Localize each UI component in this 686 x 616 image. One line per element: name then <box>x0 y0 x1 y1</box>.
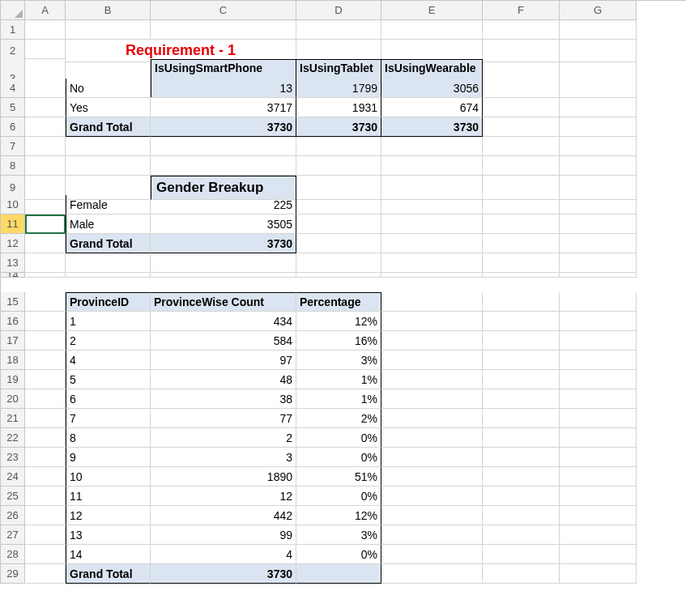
cell[interactable] <box>560 137 637 156</box>
row-header-7[interactable]: 7 <box>1 137 25 156</box>
row-header-29[interactable]: 29 <box>1 564 25 584</box>
cell[interactable] <box>381 234 483 253</box>
cell[interactable] <box>25 156 66 176</box>
cell[interactable] <box>560 273 637 278</box>
cell[interactable] <box>66 253 151 273</box>
cell[interactable] <box>25 564 66 584</box>
row-header-20[interactable]: 20 <box>1 389 25 409</box>
cell[interactable] <box>483 195 560 215</box>
row-header-8[interactable]: 8 <box>1 156 25 176</box>
cell[interactable] <box>560 98 637 117</box>
select-all-corner[interactable] <box>1 1 25 20</box>
cell[interactable] <box>25 409 66 428</box>
row-header-6[interactable]: 6 <box>1 117 25 137</box>
cell[interactable] <box>381 215 483 234</box>
cell[interactable] <box>483 79 560 98</box>
cell[interactable] <box>151 253 296 273</box>
cell[interactable] <box>381 273 483 278</box>
cell[interactable] <box>25 331 66 350</box>
col-header-F[interactable]: F <box>483 1 560 20</box>
cell[interactable] <box>560 117 637 137</box>
row-header-15[interactable]: 15 <box>1 292 25 312</box>
cell[interactable] <box>483 156 560 176</box>
cell[interactable] <box>381 428 483 448</box>
cell[interactable] <box>483 331 560 350</box>
cell[interactable] <box>483 234 560 253</box>
row-header-22[interactable]: 22 <box>1 428 25 448</box>
cell[interactable] <box>483 292 560 312</box>
cell[interactable] <box>381 370 483 389</box>
cell[interactable] <box>560 234 637 253</box>
cell[interactable] <box>381 137 483 156</box>
cell[interactable] <box>560 525 637 545</box>
cell[interactable] <box>483 20 560 40</box>
cell[interactable] <box>25 98 66 117</box>
row-header-12[interactable]: 12 <box>1 234 25 253</box>
cell[interactable] <box>25 428 66 448</box>
cell[interactable] <box>560 215 637 234</box>
row-header-1[interactable]: 1 <box>1 20 25 40</box>
row-header-23[interactable]: 23 <box>1 448 25 467</box>
cell[interactable] <box>296 195 381 215</box>
cell[interactable] <box>560 486 637 506</box>
cell[interactable] <box>381 409 483 428</box>
row-header-28[interactable]: 28 <box>1 545 25 564</box>
cell[interactable] <box>483 564 560 584</box>
active-cell-a11[interactable] <box>25 215 66 234</box>
cell[interactable] <box>25 525 66 545</box>
cell[interactable] <box>560 506 637 525</box>
cell[interactable] <box>560 370 637 389</box>
cell[interactable] <box>483 389 560 409</box>
cell[interactable] <box>25 79 66 98</box>
cell[interactable] <box>381 312 483 331</box>
row-header-21[interactable]: 21 <box>1 409 25 428</box>
cell[interactable] <box>483 117 560 137</box>
cell[interactable] <box>25 312 66 331</box>
cell[interactable] <box>25 545 66 564</box>
cell[interactable] <box>25 195 66 215</box>
cell[interactable] <box>151 156 296 176</box>
cell[interactable] <box>381 525 483 545</box>
row-header-25[interactable]: 25 <box>1 486 25 506</box>
cell[interactable] <box>381 564 483 584</box>
row-header-18[interactable]: 18 <box>1 350 25 370</box>
cell[interactable] <box>25 273 66 278</box>
cell[interactable] <box>381 20 483 40</box>
row-header-27[interactable]: 27 <box>1 525 25 545</box>
cell[interactable] <box>560 389 637 409</box>
cell[interactable] <box>25 370 66 389</box>
cell[interactable] <box>483 137 560 156</box>
cell[interactable] <box>560 253 637 273</box>
row-header-10[interactable]: 10 <box>1 195 25 215</box>
cell[interactable] <box>560 448 637 467</box>
cell[interactable] <box>560 195 637 215</box>
row-header-13[interactable]: 13 <box>1 253 25 273</box>
cell[interactable] <box>560 156 637 176</box>
cell[interactable] <box>66 273 151 278</box>
cell[interactable] <box>381 506 483 525</box>
cell[interactable] <box>483 486 560 506</box>
cell[interactable] <box>381 292 483 312</box>
cell[interactable] <box>25 292 66 312</box>
row-header-16[interactable]: 16 <box>1 312 25 331</box>
cell[interactable] <box>25 350 66 370</box>
cell[interactable] <box>25 234 66 253</box>
cell[interactable] <box>483 448 560 467</box>
cell[interactable] <box>560 545 637 564</box>
cell[interactable] <box>483 545 560 564</box>
cell[interactable] <box>560 20 637 40</box>
col-header-C[interactable]: C <box>151 1 296 20</box>
cell[interactable] <box>25 486 66 506</box>
cell[interactable] <box>296 20 381 40</box>
cell[interactable] <box>560 467 637 486</box>
col-header-E[interactable]: E <box>381 1 483 20</box>
cell[interactable] <box>381 389 483 409</box>
row-header-19[interactable]: 19 <box>1 370 25 389</box>
cell[interactable] <box>25 20 66 40</box>
cell[interactable] <box>560 564 637 584</box>
cell[interactable] <box>381 448 483 467</box>
cell[interactable] <box>151 137 296 156</box>
cell[interactable] <box>66 137 151 156</box>
cell[interactable] <box>381 467 483 486</box>
cell[interactable] <box>483 98 560 117</box>
